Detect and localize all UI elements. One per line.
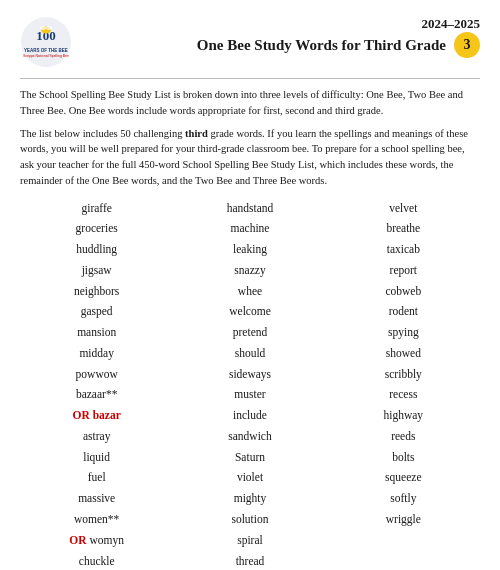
word-item: showed: [386, 344, 421, 364]
word-col-3: velvetbreathetaxicabreportcobwebrodentsp…: [327, 199, 480, 571]
year-label: 2024–2025: [82, 16, 480, 32]
word-item: jigsaw: [82, 261, 112, 281]
word-item: sideways: [229, 365, 271, 385]
word-item: should: [235, 344, 266, 364]
word-item: snazzy: [234, 261, 265, 281]
header: 100 YEARS OF THE BEE Scripps National Sp…: [20, 16, 480, 68]
word-item: machine: [231, 219, 270, 239]
word-item: violet: [237, 468, 263, 488]
word-item: wriggle: [386, 510, 421, 530]
word-item: huddling: [76, 240, 117, 260]
word-item: liquid: [83, 448, 110, 468]
logo-area: 100 YEARS OF THE BEE Scripps National Sp…: [20, 16, 72, 68]
svg-text:YEARS OF THE BEE: YEARS OF THE BEE: [24, 48, 68, 53]
word-item: bolts: [392, 448, 414, 468]
word-item: taxicab: [387, 240, 420, 260]
word-item: highway: [384, 406, 424, 426]
word-item: sandwich: [228, 427, 271, 447]
word-col-1: giraffegrocerieshuddlingjigsawneighborsg…: [20, 199, 173, 571]
word-item: gasped: [81, 302, 113, 322]
page-badge: 3: [454, 32, 480, 58]
intro-bold: third: [185, 128, 208, 139]
word-item: chuckle: [79, 552, 115, 570]
word-item: astray: [83, 427, 110, 447]
word-item: OR bazar: [73, 406, 121, 426]
intro-para1: The School Spelling Bee Study List is br…: [20, 87, 480, 119]
word-item: cobweb: [385, 282, 421, 302]
logo: 100 YEARS OF THE BEE Scripps National Sp…: [20, 16, 72, 68]
word-item: midday: [79, 344, 114, 364]
word-item: report: [390, 261, 417, 281]
word-item: OR womyn: [69, 531, 124, 551]
word-item: spying: [388, 323, 419, 343]
word-item: mansion: [77, 323, 116, 343]
word-item: leaking: [233, 240, 267, 260]
word-col-2: handstandmachineleakingsnazzywheewelcome…: [173, 199, 326, 571]
page-title: One Bee Study Words for Third Grade: [197, 37, 446, 54]
svg-point-3: [40, 26, 46, 30]
word-item: rodent: [389, 302, 418, 322]
word-item: neighbors: [74, 282, 119, 302]
word-item: velvet: [389, 199, 417, 219]
header-right: 2024–2025 One Bee Study Words for Third …: [72, 16, 480, 58]
word-item: massive: [78, 489, 115, 509]
word-item: solution: [231, 510, 268, 530]
word-item: giraffe: [81, 199, 111, 219]
word-item: softly: [390, 489, 416, 509]
word-item: reeds: [391, 427, 415, 447]
header-title-row: One Bee Study Words for Third Grade 3: [82, 32, 480, 58]
word-item: women**: [74, 510, 119, 530]
word-item: muster: [234, 385, 265, 405]
header-divider: [20, 78, 480, 79]
word-item: mighty: [234, 489, 267, 509]
word-item: welcome: [229, 302, 271, 322]
word-item: bazaar**: [76, 385, 118, 405]
page: 100 YEARS OF THE BEE Scripps National Sp…: [0, 0, 500, 570]
word-item: spiral: [237, 531, 263, 551]
word-item: whee: [238, 282, 262, 302]
words-section: giraffegrocerieshuddlingjigsawneighborsg…: [20, 199, 480, 571]
word-item: include: [233, 406, 267, 426]
word-item: powwow: [76, 365, 118, 385]
intro-para2: The list below includes 50 challenging t…: [20, 126, 480, 189]
word-item: pretend: [233, 323, 267, 343]
word-item: breathe: [386, 219, 420, 239]
svg-text:Scripps National Spelling Bee: Scripps National Spelling Bee: [23, 54, 69, 58]
word-item: scribbly: [385, 365, 422, 385]
word-item: squeeze: [385, 468, 421, 488]
word-item: handstand: [227, 199, 274, 219]
word-item: thread: [236, 552, 265, 570]
word-item: groceries: [76, 219, 118, 239]
svg-point-4: [46, 26, 52, 30]
word-item: fuel: [88, 468, 106, 488]
word-item: Saturn: [235, 448, 265, 468]
word-item: recess: [389, 385, 417, 405]
